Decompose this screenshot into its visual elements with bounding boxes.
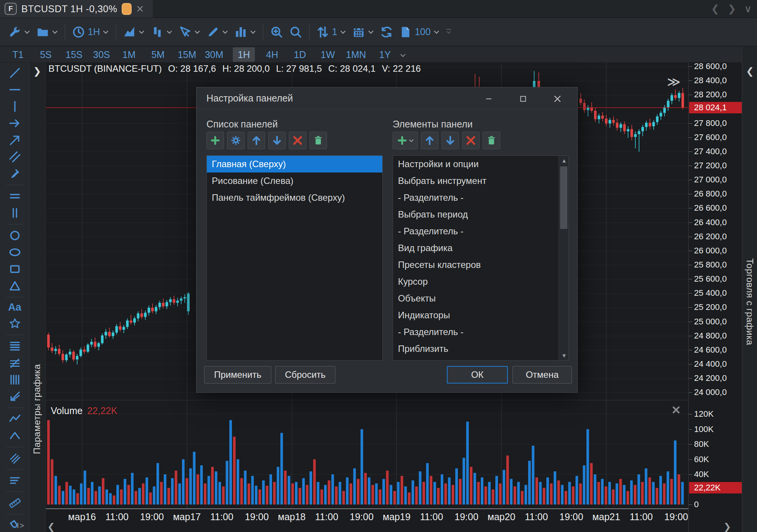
chart-tab[interactable]: F BTCUSDT 1H -0,30% (0, 0, 153, 18)
horizontal-line-icon[interactable] (7, 83, 23, 96)
fib-retracement-icon[interactable] (7, 340, 23, 353)
tab-color-badge[interactable] (122, 3, 132, 15)
indicators-button[interactable] (231, 23, 259, 41)
fib-channel-icon[interactable] (7, 356, 23, 369)
cluster-presets-button[interactable] (148, 23, 176, 41)
timeframe-more-icon[interactable] (400, 52, 406, 59)
star-icon[interactable] (7, 317, 23, 330)
price-range-icon[interactable] (7, 190, 23, 203)
open-trading-icon[interactable]: ❮ (746, 66, 754, 77)
element-list-item[interactable]: Индикаторы (393, 307, 569, 324)
price-axis[interactable]: 28 600,028 400,028 200,027 800,027 600,0… (688, 63, 742, 532)
templates-button[interactable] (33, 23, 61, 41)
timeframe-15M[interactable]: 15M (176, 47, 198, 62)
speed-lines-icon[interactable] (7, 474, 23, 487)
dialog-titlebar[interactable]: Настройка панелей (196, 87, 577, 110)
element-list-item[interactable]: - Разделитель - (393, 223, 569, 240)
trend-line-icon[interactable] (7, 66, 23, 79)
element-list-item[interactable]: Вид графика (393, 240, 569, 256)
element-list-item[interactable]: Курсор (393, 273, 569, 290)
remove-element-button[interactable] (462, 132, 480, 149)
element-list-item[interactable]: Объекты (393, 290, 569, 307)
chart-view-button[interactable] (120, 23, 148, 41)
zigzag-icon[interactable] (7, 413, 23, 426)
timeframe-1W[interactable]: 1W (317, 47, 339, 62)
scroll-down-icon[interactable]: ▼ (561, 352, 567, 359)
date-range-button[interactable] (349, 23, 377, 41)
reload-button[interactable] (377, 23, 396, 41)
zoom-out-button[interactable] (286, 23, 305, 41)
apply-button[interactable]: Применить (204, 366, 271, 384)
timeframe-1D[interactable]: 1D (289, 47, 311, 62)
volume-close-icon[interactable] (672, 405, 681, 416)
fib-time-zones-icon[interactable] (7, 373, 23, 386)
rectangle-icon[interactable] (7, 263, 23, 276)
timeframe-5M[interactable]: 5M (147, 47, 169, 62)
maximize-icon[interactable] (515, 93, 531, 105)
element-list-item[interactable]: Приблизить (393, 340, 569, 357)
time-axis[interactable]: мар1611:0019:00мар1711:0019:00мар1811:00… (46, 508, 688, 524)
element-list-item[interactable]: Настройки и опции (393, 156, 569, 172)
delete-panel-button[interactable] (309, 132, 327, 149)
delete-element-button[interactable] (483, 132, 500, 149)
timeframe-30M[interactable]: 30M (203, 47, 225, 62)
timeframe-1M[interactable]: 1M (118, 47, 140, 62)
toolbar-overflow-icon[interactable] (446, 28, 452, 36)
volume-pane[interactable] (46, 400, 688, 508)
period-button[interactable]: 1H (69, 23, 112, 41)
tabs-menu-icon[interactable]: ∨ (744, 3, 752, 15)
parallel-diagonals-icon[interactable] (7, 452, 23, 465)
scroll-up-icon[interactable]: ▲ (561, 157, 567, 164)
minimize-icon[interactable] (481, 93, 496, 105)
drawing-objects-button[interactable] (203, 23, 231, 41)
timeframe-1H[interactable]: 1H (233, 47, 255, 62)
tabs-forward-icon[interactable]: ❯ (728, 3, 736, 15)
panel-list-item[interactable]: Главная (Сверху) (207, 156, 382, 172)
ellipse-icon[interactable] (7, 246, 23, 259)
ruler-icon[interactable] (7, 497, 23, 509)
ok-button[interactable]: ОК (447, 366, 508, 384)
text-tool-icon[interactable]: Aa (7, 301, 23, 313)
cursor-mode-button[interactable] (176, 23, 203, 41)
tabs-back-icon[interactable]: ❮ (711, 3, 719, 15)
sidebar-expand-icon[interactable]: I> (17, 521, 25, 530)
zoom-in-button[interactable] (267, 23, 286, 41)
panel-list-item[interactable]: Панель таймфреймов (Сверху) (207, 189, 382, 206)
close-icon[interactable] (550, 93, 565, 105)
element-list[interactable]: Настройки и опцииВыбрать инструмент- Раз… (393, 155, 569, 361)
move-panel-down-button[interactable] (268, 132, 286, 149)
element-list-item[interactable]: - Разделитель - (393, 189, 569, 206)
cancel-button[interactable]: Отмена (512, 366, 572, 384)
timeframe-30S[interactable]: 30S (90, 47, 113, 62)
element-list-item[interactable]: Выбрать инструмент (393, 172, 569, 189)
reset-button[interactable]: Сбросить (275, 366, 335, 384)
timeframe-T1[interactable]: T1 (7, 47, 29, 62)
triangle-icon[interactable] (7, 279, 23, 292)
move-panel-up-button[interactable] (248, 132, 265, 149)
price-step-button[interactable]: 1 (313, 23, 349, 41)
panel-list-item[interactable]: Рисование (Слева) (207, 172, 382, 189)
element-list-item[interactable]: Пресеты кластеров (393, 256, 569, 273)
scroll-right-icon[interactable]: ❯ (723, 521, 731, 532)
scrollbar[interactable]: ▲ ▼ (559, 156, 569, 360)
scroll-left-icon[interactable]: ❮ (47, 521, 55, 532)
add-element-button[interactable] (393, 132, 418, 149)
timeframe-1MN[interactable]: 1MN (345, 47, 367, 62)
chart-trading-label[interactable]: Торговля с графика (744, 258, 755, 345)
remove-panel-button[interactable] (289, 132, 306, 149)
fan-arrows-icon[interactable] (7, 390, 23, 403)
panel-list[interactable]: Главная (Сверху)Рисование (Слева)Панель … (206, 155, 383, 361)
move-element-up-button[interactable] (421, 132, 438, 149)
time-range-icon[interactable] (7, 206, 23, 219)
circle-icon[interactable] (7, 229, 23, 242)
brush-icon[interactable] (7, 167, 23, 180)
open-params-icon[interactable]: ❯ (33, 66, 41, 77)
panel-settings-button[interactable] (227, 132, 245, 149)
caret-icon[interactable] (7, 429, 23, 442)
chart-settings-button[interactable] (5, 23, 33, 41)
element-list-item[interactable]: - Разделитель - (393, 324, 569, 340)
parallel-lines-icon[interactable] (7, 150, 23, 163)
vertical-line-icon[interactable] (7, 100, 23, 113)
trend-arrow-icon[interactable] (7, 134, 23, 147)
chart-params-label[interactable]: Параметры графика (32, 364, 42, 454)
